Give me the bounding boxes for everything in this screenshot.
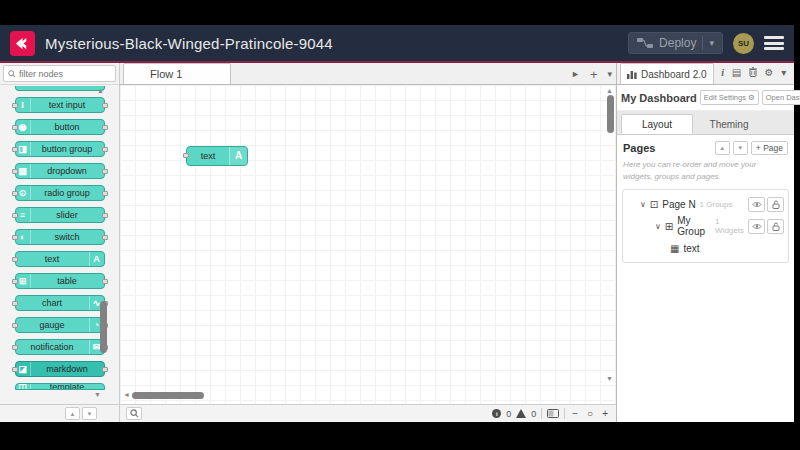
node-output-port	[102, 389, 105, 390]
zoom-reset-button[interactable]: ○	[585, 408, 595, 419]
flows-menu-button[interactable]: ▾	[607, 69, 612, 79]
palette-node-text[interactable]: A text	[15, 251, 105, 267]
palette-node-dropdown[interactable]: ▤ dropdown	[15, 163, 105, 179]
filter-nodes-box[interactable]	[3, 65, 116, 82]
search-icon	[8, 70, 16, 78]
tab-layout[interactable]: Layout	[621, 114, 693, 134]
tree-row-text[interactable]: ▦ text	[623, 237, 788, 259]
info-tab-button[interactable]: i	[721, 68, 724, 78]
open-dashboard-button[interactable]: Open Dashboard ↗	[762, 90, 800, 105]
palette-node-button[interactable]: ◉ button	[15, 119, 105, 135]
workspace: Flow 1 ► + ▾ text A ▲ ▼	[120, 63, 616, 422]
node-output-port	[102, 147, 108, 152]
sidebar-icon-row: i ▤ ⚙ ▾	[714, 62, 794, 84]
flow-canvas[interactable]: text A ▲ ▼ ◄	[120, 85, 616, 404]
dashboard-header-row: My Dashboard Edit Settings ⚙ Open Dashbo…	[617, 85, 794, 111]
palette-scroll-down-icon[interactable]: ▼	[94, 391, 101, 398]
tree-caret-icon[interactable]: ∨	[640, 200, 646, 209]
tree-type-icon: ▦	[670, 243, 679, 254]
node-input-port	[12, 301, 18, 306]
zoom-out-button[interactable]: −	[570, 408, 580, 419]
navigator-toggle-icon[interactable]	[547, 409, 559, 418]
tab-theming[interactable]: Theming	[693, 114, 765, 134]
palette-expand-all-button[interactable]: ▼	[82, 407, 97, 420]
palette-node-notification[interactable]: ✉ notification	[15, 339, 105, 355]
node-output-port	[102, 191, 108, 196]
status-right-cluster: i 0 0 − ○ +	[492, 408, 610, 419]
info-count-icon[interactable]: i	[492, 409, 501, 418]
node-input-port	[12, 367, 18, 372]
search-flows-button[interactable]	[126, 407, 142, 420]
visibility-toggle-button[interactable]	[748, 219, 765, 234]
menu-bar	[764, 42, 784, 45]
edit-settings-button[interactable]: Edit Settings ⚙	[700, 90, 759, 105]
move-page-up-button[interactable]: ▲	[715, 141, 730, 155]
lock-toggle-button[interactable]	[767, 197, 784, 212]
lock-toggle-button[interactable]	[767, 219, 784, 234]
deploy-button[interactable]: Deploy ▾	[628, 32, 723, 54]
zoom-in-button[interactable]: +	[600, 408, 610, 419]
editor-header: Mysterious-Black-Winged-Pratincole-9044 …	[0, 25, 794, 63]
editor-main: I text input ◉ button ◨ button group ▤ d…	[0, 63, 794, 422]
deploy-caret-icon[interactable]: ▾	[709, 39, 714, 48]
sidebar-tabbar: Dashboard 2.0 i ▤ ⚙ ▾	[617, 63, 794, 85]
warning-count: 0	[531, 409, 536, 419]
tree-row-page-n[interactable]: ∨ ⊡ Page N 1 Groups	[623, 193, 788, 215]
filter-nodes-input[interactable]	[19, 69, 89, 79]
pages-header: Pages ▲ ▼ + Page	[617, 135, 794, 157]
settings-tab-button[interactable]: ⚙	[765, 68, 774, 78]
eye-icon	[752, 223, 762, 230]
node-input-port	[12, 213, 18, 218]
canvas-scroll-left-icon[interactable]: ◄	[123, 391, 130, 398]
delete-tab-button[interactable]	[749, 67, 757, 79]
palette-scroll-up-icon[interactable]: ▲	[97, 87, 104, 94]
tree-caret-icon[interactable]: ∨	[655, 222, 661, 231]
template-icon: ◫	[16, 383, 31, 390]
palette-node-gauge[interactable]: ◔ gauge	[15, 317, 105, 333]
visibility-toggle-button[interactable]	[748, 197, 765, 212]
next-tab-button[interactable]: ►	[571, 69, 580, 79]
pages-title: Pages	[623, 142, 712, 154]
palette-nodes: I text input ◉ button ◨ button group ▤ d…	[0, 85, 119, 404]
tree-row-actions	[748, 219, 784, 234]
tree-row-my-group[interactable]: ∨ ⊞ My Group 1 Widgets	[623, 215, 788, 237]
markdown-icon: ◪	[16, 362, 31, 376]
node-input-port[interactable]	[183, 153, 189, 158]
info-count: 0	[506, 409, 511, 419]
node-output-port	[102, 213, 108, 218]
canvas-statusbar: i 0 0 − ○ +	[120, 404, 616, 422]
palette-node-text-input[interactable]: I text input	[15, 97, 105, 113]
palette-node-switch[interactable]: ◐ switch	[15, 229, 105, 245]
add-flow-button[interactable]: +	[590, 67, 598, 82]
warning-count-icon[interactable]	[516, 409, 526, 418]
help-tab-button[interactable]: ▤	[732, 68, 741, 78]
palette-scrollbar[interactable]	[100, 301, 107, 353]
canvas-scroll-up-icon[interactable]: ▲	[606, 87, 613, 94]
palette-node-chart[interactable]: ∿ chart	[15, 295, 105, 311]
menu-bar	[764, 47, 784, 50]
canvas-horizontal-scrollbar[interactable]	[132, 392, 204, 399]
palette-node-table[interactable]: ⊞ table	[15, 273, 105, 289]
layout-tree: ∨ ⊡ Page N 1 Groups ∨ ⊞ My Group 1 Widge…	[622, 189, 789, 263]
node-input-port	[12, 169, 18, 174]
canvas-vertical-scrollbar[interactable]	[607, 95, 614, 133]
tab-dashboard-2[interactable]: Dashboard 2.0	[620, 63, 714, 84]
sidebar-menu-button[interactable]: ▾	[781, 68, 786, 78]
palette-node-markdown[interactable]: ◪ markdown	[15, 361, 105, 377]
flow-tab[interactable]: Flow 1	[123, 63, 231, 84]
palette-collapse-all-button[interactable]: ▲	[65, 407, 80, 420]
tree-row-actions	[748, 197, 784, 212]
pointer-icon: ◉	[16, 120, 31, 134]
palette-node-button-group[interactable]: ◨ button group	[15, 141, 105, 157]
search-icon	[130, 409, 139, 418]
user-avatar[interactable]: SU	[733, 33, 754, 54]
palette-node-slider[interactable]: ≡ slider	[15, 207, 105, 223]
canvas-scroll-down-icon[interactable]: ▼	[606, 375, 613, 382]
move-page-down-button[interactable]: ▼	[733, 141, 748, 155]
palette-node-template[interactable]: ◫ template	[15, 383, 105, 390]
add-page-button[interactable]: + Page	[751, 141, 788, 155]
palette-node-radio-group[interactable]: ⊙ radio group	[15, 185, 105, 201]
main-menu-button[interactable]	[764, 36, 784, 50]
canvas-node-text[interactable]: text A	[186, 146, 248, 166]
palette-node-clipped-top[interactable]	[15, 86, 105, 91]
